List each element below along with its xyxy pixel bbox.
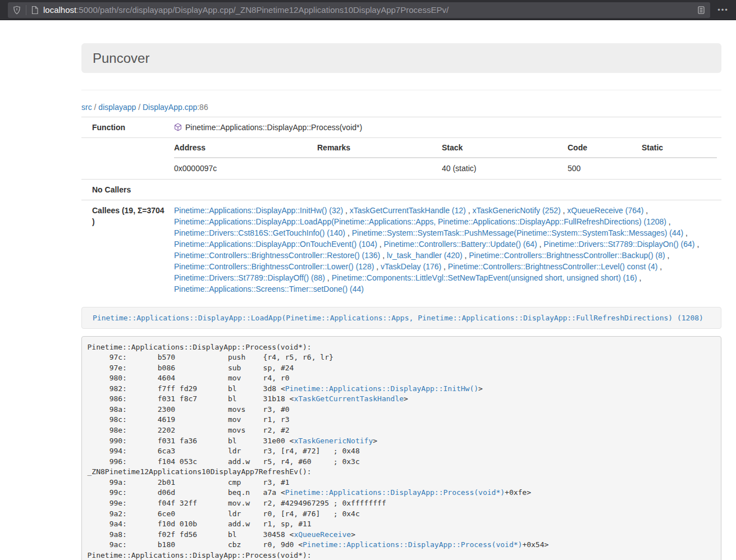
app-header: Puncover <box>81 43 721 73</box>
callee-link[interactable]: Pinetime::Controllers::Battery::Update()… <box>384 240 537 249</box>
address-bar[interactable]: localhost:5000/path/src/displayapp/Displ… <box>8 2 710 18</box>
detail-column-header: Address <box>174 138 317 158</box>
callee-link[interactable]: Pinetime::System::SystemTask::PushMessag… <box>352 228 684 237</box>
callee-link[interactable]: Pinetime::Controllers::BrightnessControl… <box>174 262 374 271</box>
no-callers-row: No Callers <box>81 180 721 200</box>
callee-link[interactable]: Pinetime::Controllers::BrightnessControl… <box>469 251 665 260</box>
callee-link[interactable]: xTaskGenericNotify (252) <box>472 206 560 215</box>
symbol-link[interactable]: Pinetime::Applications::DisplayApp::Init… <box>285 384 478 393</box>
url-path: :5000/path/src/displayapp/DisplayApp.cpp… <box>76 5 449 15</box>
divider <box>81 90 721 90</box>
toolbar-divider <box>26 5 26 15</box>
detail-column-header: Stack <box>442 138 568 158</box>
callees-label: Callees (19, Σ=3704 ) <box>81 200 170 300</box>
cube-icon <box>174 123 182 131</box>
detail-value-cell <box>642 158 717 179</box>
callee-link[interactable]: Pinetime::Components::LittleVgl::SetNewT… <box>332 273 637 282</box>
shield-icon[interactable] <box>12 6 21 15</box>
function-name: Pinetime::Applications::DisplayApp::Proc… <box>185 123 362 132</box>
function-table: Function Pinetime::Applications::Display… <box>81 117 721 299</box>
callee-link[interactable]: Pinetime::Applications::DisplayApp::Init… <box>174 206 343 215</box>
url-host: localhost <box>43 5 76 15</box>
symbol-link[interactable]: xTaskGenericNotify <box>294 437 373 445</box>
detail-value-row: 0x0000097c40 (static)500 <box>174 158 717 179</box>
detail-column-header: Static <box>642 138 717 158</box>
breadcrumb-link[interactable]: DisplayApp.cpp <box>143 103 197 112</box>
symbol-link[interactable]: xTaskGetCurrentTaskHandle <box>294 394 404 403</box>
assembly-block: Pinetime::Applications::DisplayApp::Proc… <box>81 336 721 560</box>
detail-column-header: Code <box>568 138 642 158</box>
symbol-link[interactable]: Pinetime::Applications::DisplayApp::Proc… <box>285 488 505 497</box>
no-callers-label: No Callers <box>81 180 170 200</box>
callee-link[interactable]: Pinetime::Applications::Screens::Timer::… <box>174 284 364 293</box>
detail-header-row: AddressRemarksStackCodeStatic <box>174 138 717 158</box>
detail-value-cell: 40 (static) <box>442 158 568 179</box>
detail-table: AddressRemarksStackCodeStatic 0x0000097c… <box>174 138 717 179</box>
symbol-link[interactable]: xQueueReceive <box>294 530 351 539</box>
detail-value-cell <box>317 158 442 179</box>
function-name-cell: Pinetime::Applications::DisplayApp::Proc… <box>170 117 721 138</box>
callee-link[interactable]: Pinetime::Drivers::Cst816S::GetTouchInfo… <box>174 228 345 237</box>
browser-toolbar: localhost:5000/path/src/displayapp/Displ… <box>0 0 736 20</box>
breadcrumb-link[interactable]: src <box>81 103 92 112</box>
detail-value-cell: 500 <box>568 158 642 179</box>
breadcrumb: src / displayapp / DisplayApp.cpp:86 <box>81 102 721 113</box>
callee-link[interactable]: Pinetime::Controllers::BrightnessControl… <box>448 262 657 271</box>
function-row: Function Pinetime::Applications::Display… <box>81 117 721 138</box>
callee-link[interactable]: xTaskGetCurrentTaskHandle (12) <box>350 206 466 215</box>
callee-link[interactable]: Pinetime::Applications::DisplayApp::Load… <box>174 217 666 226</box>
callee-link[interactable]: Pinetime::Drivers::St7789::DisplayOn() (… <box>543 240 694 249</box>
function-row-label: Function <box>81 117 170 138</box>
url-input[interactable]: localhost:5000/path/src/displayapp/Displ… <box>43 5 697 15</box>
callee-link[interactable]: lv_task_handler (420) <box>387 251 463 260</box>
callee-link[interactable]: xQueueReceive (764) <box>567 206 643 215</box>
detail-row-label <box>81 138 170 180</box>
callee-link[interactable]: Pinetime::Applications::DisplayApp::OnTo… <box>174 240 377 249</box>
breadcrumb-link[interactable]: displayapp <box>98 103 136 112</box>
detail-value-cell: 0x0000097c <box>174 158 317 179</box>
symbol-link[interactable]: Pinetime::Applications::DisplayApp::Proc… <box>303 540 522 549</box>
detail-column-header: Remarks <box>317 138 442 158</box>
callee-link[interactable]: Pinetime::Controllers::BrightnessControl… <box>174 251 380 260</box>
page-title: Puncover <box>93 51 710 65</box>
page-content: Puncover src / displayapp / DisplayApp.c… <box>81 43 721 560</box>
callee-link[interactable]: Pinetime::Drivers::St7789::DisplayOff() … <box>174 273 325 282</box>
selected-symbol-box: Pinetime::Applications::DisplayApp::Load… <box>81 307 721 329</box>
detail-table-cell: AddressRemarksStackCodeStatic 0x0000097c… <box>170 138 721 180</box>
callees-list: Pinetime::Applications::DisplayApp::Init… <box>170 200 721 300</box>
no-callers-cell <box>170 180 721 200</box>
page-icon[interactable] <box>31 6 39 15</box>
selected-symbol-link[interactable]: Pinetime::Applications::DisplayApp::Load… <box>93 314 703 322</box>
callees-row: Callees (19, Σ=3704 ) Pinetime::Applicat… <box>81 200 721 300</box>
detail-row: AddressRemarksStackCodeStatic 0x0000097c… <box>81 138 721 180</box>
overflow-menu-button[interactable]: ••• <box>714 2 733 18</box>
callee-link[interactable]: vTaskDelay (176) <box>381 262 441 271</box>
reader-mode-icon[interactable] <box>697 6 706 15</box>
